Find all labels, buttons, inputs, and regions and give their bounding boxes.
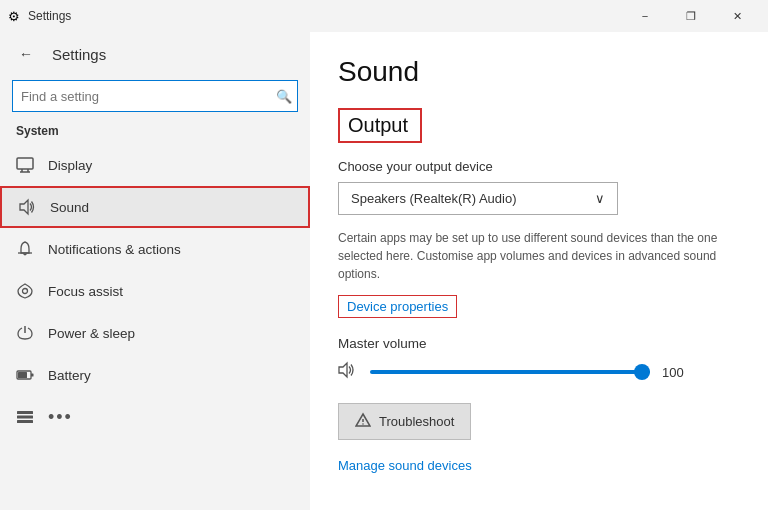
sidebar-item-label-display: Display <box>48 158 92 173</box>
volume-value: 100 <box>662 365 697 380</box>
svg-rect-0 <box>17 158 33 169</box>
app-title: Settings <box>52 46 106 63</box>
sidebar-section-label: System <box>0 120 310 144</box>
svg-rect-13 <box>17 420 33 423</box>
search-input[interactable] <box>12 80 298 112</box>
more-icon <box>16 408 34 426</box>
sidebar-item-label-power: Power & sleep <box>48 326 135 341</box>
main-layout: ← Settings 🔍 System Display <box>0 32 768 510</box>
sidebar-item-more[interactable]: ••• <box>0 396 310 438</box>
chevron-down-icon: ∨ <box>595 191 605 206</box>
info-text: Certain apps may be set up to use differ… <box>338 229 718 283</box>
troubleshoot-button[interactable]: Troubleshoot <box>338 403 471 440</box>
sidebar-item-label-focus: Focus assist <box>48 284 123 299</box>
warning-icon <box>355 412 371 431</box>
output-section-header: Output <box>338 108 422 143</box>
battery-icon <box>16 366 34 384</box>
svg-rect-9 <box>31 374 34 377</box>
sidebar-item-sound[interactable]: Sound <box>0 186 310 228</box>
svg-point-17 <box>362 423 364 425</box>
sidebar-item-focus[interactable]: Focus assist <box>0 270 310 312</box>
output-heading: Output <box>348 114 408 137</box>
sidebar-header: ← Settings <box>0 32 310 80</box>
slider-track <box>370 370 650 374</box>
volume-label: Master volume <box>338 336 740 351</box>
device-properties-link[interactable]: Device properties <box>338 295 457 318</box>
volume-icon <box>338 361 358 383</box>
volume-slider[interactable] <box>370 362 650 382</box>
sidebar-item-label-sound: Sound <box>50 200 89 215</box>
window-controls: − ❐ ✕ <box>622 0 760 32</box>
troubleshoot-label: Troubleshoot <box>379 414 454 429</box>
output-device-value: Speakers (Realtek(R) Audio) <box>351 191 516 206</box>
search-icon-button[interactable]: 🔍 <box>276 89 292 104</box>
sidebar-item-display[interactable]: Display <box>0 144 310 186</box>
minimize-button[interactable]: − <box>622 0 668 32</box>
content-area: Sound Output Choose your output device S… <box>310 32 768 510</box>
svg-rect-11 <box>17 411 33 414</box>
svg-marker-4 <box>20 200 28 214</box>
output-device-dropdown[interactable]: Speakers (Realtek(R) Audio) ∨ <box>338 182 618 215</box>
power-icon <box>16 324 34 342</box>
titlebar: ⚙ Settings − ❐ ✕ <box>0 0 768 32</box>
search-icon: 🔍 <box>276 89 292 104</box>
notifications-icon <box>16 240 34 258</box>
titlebar-title: Settings <box>28 9 71 23</box>
manage-sound-devices-link[interactable]: Manage sound devices <box>338 458 472 473</box>
svg-rect-12 <box>17 416 33 419</box>
close-button[interactable]: ✕ <box>714 0 760 32</box>
volume-row: 100 <box>338 361 740 383</box>
sidebar-item-power[interactable]: Power & sleep <box>0 312 310 354</box>
sidebar-item-label-more: ••• <box>48 407 73 428</box>
sidebar-item-battery[interactable]: Battery <box>0 354 310 396</box>
svg-point-6 <box>23 289 28 294</box>
restore-button[interactable]: ❐ <box>668 0 714 32</box>
svg-marker-14 <box>339 363 347 377</box>
sidebar-item-label-notifications: Notifications & actions <box>48 242 181 257</box>
svg-rect-10 <box>18 372 27 378</box>
display-icon <box>16 156 34 174</box>
device-label: Choose your output device <box>338 159 740 174</box>
sidebar-item-label-battery: Battery <box>48 368 91 383</box>
sidebar-item-notifications[interactable]: Notifications & actions <box>0 228 310 270</box>
page-title: Sound <box>338 56 740 88</box>
focus-icon <box>16 282 34 300</box>
settings-icon: ⚙ <box>8 9 20 24</box>
back-button[interactable]: ← <box>12 40 40 68</box>
sidebar: ← Settings 🔍 System Display <box>0 32 310 510</box>
sound-icon <box>18 198 36 216</box>
slider-thumb[interactable] <box>634 364 650 380</box>
search-box: 🔍 <box>12 80 298 112</box>
